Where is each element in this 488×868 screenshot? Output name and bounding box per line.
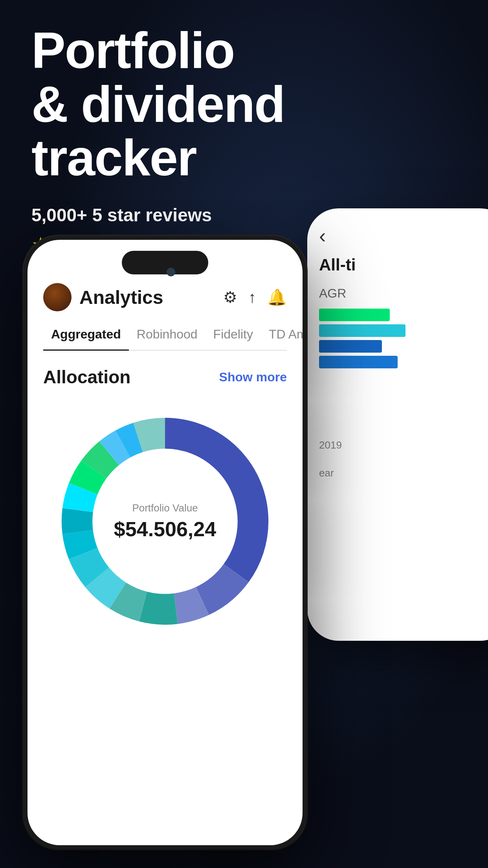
donut-chart-container: Portfolio Value $54.506,24 bbox=[43, 403, 287, 639]
bg-bar-row-3 bbox=[319, 340, 488, 353]
app-header-icons: ⚙ ↑ 🔔 bbox=[223, 288, 287, 307]
bg-bar-1 bbox=[319, 309, 390, 321]
bg-year: 2019 bbox=[319, 439, 488, 451]
donut-center: Portfolio Value $54.506,24 bbox=[114, 502, 216, 541]
bg-bar-row-4 bbox=[319, 356, 488, 368]
avatar[interactable] bbox=[43, 283, 72, 311]
hero-title: Portfolio & dividend tracker bbox=[31, 24, 457, 185]
section-header: Allocation Show more bbox=[43, 366, 287, 388]
tab-aggregated[interactable]: Aggregated bbox=[43, 327, 129, 351]
show-more-button[interactable]: Show more bbox=[219, 370, 287, 384]
bg-bottom-label: ear bbox=[319, 467, 488, 479]
section-title: Allocation bbox=[43, 366, 130, 388]
bell-icon[interactable]: 🔔 bbox=[267, 288, 287, 307]
bg-bar-2 bbox=[319, 324, 405, 337]
phone-background: ‹ All-ti AGR 2019 ear bbox=[307, 208, 488, 641]
app-title: Analytics bbox=[79, 287, 163, 308]
tab-robinhood[interactable]: Robinhood bbox=[129, 327, 205, 350]
portfolio-label: Portfolio Value bbox=[114, 502, 216, 514]
bg-bar-row-2 bbox=[319, 324, 488, 337]
phone-main: Analytics ⚙ ↑ 🔔 Aggregated Robinhood Fid… bbox=[24, 236, 306, 849]
back-icon[interactable]: ‹ bbox=[319, 224, 488, 248]
tab-fidelity[interactable]: Fidelity bbox=[205, 327, 261, 350]
camera-dot bbox=[167, 268, 175, 276]
bg-bar-row-1 bbox=[319, 309, 488, 321]
portfolio-value: $54.506,24 bbox=[114, 517, 216, 541]
phone-content: Analytics ⚙ ↑ 🔔 Aggregated Robinhood Fid… bbox=[28, 240, 303, 845]
bg-chart bbox=[319, 309, 488, 368]
app-header-left: Analytics bbox=[43, 283, 163, 311]
bg-ticker: AGR bbox=[319, 286, 488, 301]
bg-bar-4 bbox=[319, 356, 398, 368]
phone-screen: Analytics ⚙ ↑ 🔔 Aggregated Robinhood Fid… bbox=[28, 240, 303, 845]
tabs-container: Aggregated Robinhood Fidelity TD Ameritr… bbox=[43, 327, 287, 351]
avatar-image bbox=[43, 283, 72, 311]
bg-bar-3 bbox=[319, 340, 382, 353]
tab-td-ameritrade[interactable]: TD Ameritrade bbox=[261, 327, 303, 350]
settings-icon[interactable]: ⚙ bbox=[223, 288, 237, 306]
app-header: Analytics ⚙ ↑ 🔔 bbox=[43, 283, 287, 311]
dynamic-island bbox=[122, 251, 208, 274]
share-icon[interactable]: ↑ bbox=[248, 289, 256, 306]
bg-header-text: All-ti bbox=[319, 256, 488, 274]
